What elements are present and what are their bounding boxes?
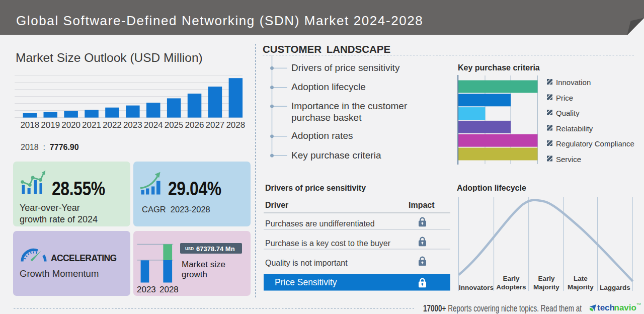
svg-text:TM: TM — [636, 302, 641, 305]
svg-text:navio: navio — [614, 303, 636, 312]
svg-text:tech: tech — [597, 303, 615, 312]
